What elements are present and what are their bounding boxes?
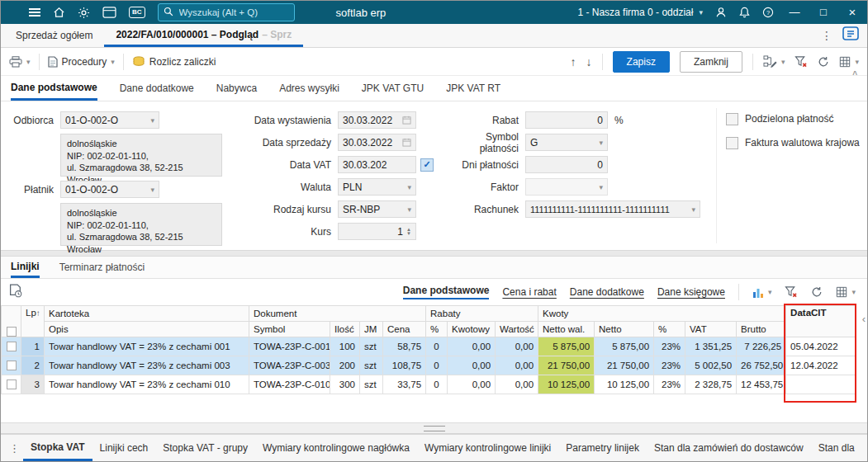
- grid-tab-dane-dodatkowe[interactable]: Dane dodatkowe: [570, 286, 644, 298]
- group-header-dokument[interactable]: Dokument: [249, 306, 426, 322]
- clear-filter-button[interactable]: [794, 56, 808, 68]
- table-row[interactable]: 2 Towar handlowy VAT = 23% z cechami 003…: [2, 356, 856, 375]
- scroll-left-icon[interactable]: ‹: [862, 313, 866, 325]
- cell-kwotowy[interactable]: 0,00: [448, 337, 496, 356]
- col-header-lp[interactable]: Lp↑: [21, 306, 45, 337]
- home-icon[interactable]: [53, 7, 65, 18]
- cell-jm[interactable]: szt: [360, 356, 383, 375]
- waluta-combobox[interactable]: PLN ▾: [338, 178, 416, 196]
- chart-view-button[interactable]: ▾: [752, 287, 772, 298]
- cell-netto-wal[interactable]: 5 875,00: [538, 337, 595, 356]
- help-icon[interactable]: ?: [762, 7, 774, 18]
- grid-tab-cena-i-rabat[interactable]: Cena i rabat: [502, 286, 556, 298]
- brightness-icon[interactable]: [78, 7, 90, 19]
- grid-options-button[interactable]: ▾: [839, 56, 859, 68]
- table-row[interactable]: 1 Towar handlowy VAT = 23% z cechami 001…: [2, 337, 856, 356]
- cell-jm[interactable]: szt: [360, 337, 383, 356]
- col-header-cena[interactable]: Cena: [383, 322, 426, 337]
- chevron-right-icon[interactable]: ›: [862, 435, 867, 461]
- cell-netto[interactable]: 10 125,00: [595, 375, 654, 394]
- col-header-opis[interactable]: Opis: [45, 322, 249, 337]
- splitter-bar[interactable]: [1, 422, 867, 434]
- tab-nabywca[interactable]: Nabywca: [216, 76, 257, 101]
- cell-netto[interactable]: 21 750,00: [595, 356, 654, 375]
- cell-lp[interactable]: 2: [21, 356, 45, 375]
- user-icon[interactable]: [715, 7, 727, 18]
- more-options-icon[interactable]: ⋮: [6, 435, 23, 461]
- cell-datacit[interactable]: 12.04.2022: [786, 356, 856, 375]
- save-button[interactable]: Zapisz: [613, 51, 670, 73]
- tab-linijki[interactable]: Linijki: [11, 257, 40, 278]
- tab-document-preview[interactable]: 2022/FA/010/000001 – Podgląd – Sprz: [104, 24, 303, 47]
- move-up-icon[interactable]: ↑: [571, 55, 576, 68]
- cell-opis[interactable]: Towar handlowy VAT = 23% z cechami 001: [45, 337, 249, 356]
- grid-tab-dane-podstawowe[interactable]: Dane podstawowe: [403, 285, 490, 299]
- document-clock-icon[interactable]: [9, 284, 22, 301]
- rachunek-combobox[interactable]: 1111111111-1111111111-1111111111 ▾: [525, 200, 700, 218]
- cell-vat-pct[interactable]: 23%: [654, 337, 685, 356]
- bottom-tab-stopka-vat-grupy[interactable]: Stopka VAT - grupy: [155, 435, 255, 461]
- cell-ilosc[interactable]: 100: [330, 337, 360, 356]
- group-header-kwoty[interactable]: Kwoty: [538, 306, 786, 322]
- cell-wartosc[interactable]: 0,00: [496, 375, 538, 394]
- cell-kwotowy[interactable]: 0,00: [448, 375, 496, 394]
- cell-vat[interactable]: 2 328,75: [685, 375, 737, 394]
- refresh-button[interactable]: [818, 56, 829, 68]
- cell-rabat-pct[interactable]: 0: [426, 356, 448, 375]
- col-header-netto[interactable]: Netto: [595, 322, 654, 337]
- move-down-icon[interactable]: ↓: [586, 55, 592, 68]
- cell-wartosc[interactable]: 0,00: [496, 356, 538, 375]
- cell-brutto[interactable]: 26 752,50: [737, 356, 786, 375]
- cell-cena[interactable]: 33,75: [383, 375, 426, 394]
- rodzaj-kursu-combobox[interactable]: SR-NBP ▾: [338, 200, 416, 218]
- group-header-kartoteka[interactable]: Kartoteka: [45, 306, 249, 322]
- cell-opis[interactable]: Towar handlowy VAT = 23% z cechami 003: [45, 356, 249, 375]
- cell-ilosc[interactable]: 200: [330, 356, 360, 375]
- faktor-combobox[interactable]: ▾: [525, 178, 608, 196]
- cell-lp[interactable]: 1: [21, 337, 45, 356]
- cell-vat[interactable]: 1 351,25: [685, 337, 737, 356]
- podzielona-platnosc-checkbox[interactable]: [726, 113, 738, 125]
- col-header-rabat-pct[interactable]: %: [426, 322, 448, 337]
- rabat-field[interactable]: 0: [525, 111, 608, 129]
- cell-ilosc[interactable]: 300: [330, 375, 360, 394]
- bottom-tab-parametry-linijek[interactable]: Parametry linijek: [558, 435, 647, 461]
- select-all-checkbox[interactable]: [2, 306, 21, 337]
- tab-adres-wysylki[interactable]: Adres wysyłki: [279, 76, 339, 101]
- group-header-rabaty[interactable]: Rabaty: [426, 306, 538, 322]
- col-header-wartosc[interactable]: Wartość: [496, 322, 538, 337]
- window-module-icon[interactable]: [102, 7, 116, 18]
- col-header-jm[interactable]: JM: [360, 322, 383, 337]
- cell-rabat-pct[interactable]: 0: [426, 375, 448, 394]
- faktura-walutowa-checkbox[interactable]: [726, 137, 738, 149]
- cell-vat-pct[interactable]: 23%: [654, 375, 685, 394]
- cell-cena[interactable]: 108,75: [383, 356, 426, 375]
- data-sprzedazy-field[interactable]: 30.03.2022: [338, 134, 416, 151]
- close-button[interactable]: ×: [844, 1, 861, 24]
- bottom-tab-stopka-vat[interactable]: Stopka VAT: [23, 435, 92, 461]
- tab-jpk-vat-rt[interactable]: JPK VAT RT: [446, 76, 500, 101]
- grid-clear-filter-button[interactable]: [785, 286, 798, 298]
- odbiorca-combobox[interactable]: 01-O-002-O ▾: [60, 111, 159, 129]
- col-header-netto-wal[interactable]: Netto wal.: [538, 322, 595, 337]
- cell-kwotowy[interactable]: 0,00: [448, 356, 496, 375]
- cell-datacit[interactable]: [786, 375, 856, 394]
- col-header-vat[interactable]: VAT: [685, 322, 737, 337]
- bottom-tab-wymiary-naglowka[interactable]: Wymiary kontrolingowe nagłówka: [255, 435, 417, 461]
- bottom-tab-linijki-cech[interactable]: Linijki cech: [92, 435, 156, 461]
- menu-icon[interactable]: [29, 8, 40, 16]
- close-document-button[interactable]: Zamknij: [680, 51, 742, 73]
- grid-tab-dane-ksiegowe[interactable]: Dane księgowe: [657, 286, 725, 298]
- row-select-checkbox[interactable]: [2, 337, 21, 356]
- col-header-brutto[interactable]: Brutto: [737, 322, 786, 337]
- cell-cena[interactable]: 58,75: [383, 337, 426, 356]
- collapse-panel-icon[interactable]: ^: [852, 70, 857, 79]
- view-edit-button[interactable]: ▾: [763, 55, 785, 68]
- kurs-stepper[interactable]: 1 ▲▼: [338, 223, 416, 240]
- grid-refresh-button[interactable]: [811, 286, 823, 298]
- col-header-datacit[interactable]: DataCIT: [786, 306, 856, 337]
- cell-vat[interactable]: 5 002,50: [685, 356, 737, 375]
- feedback-icon[interactable]: [842, 26, 859, 45]
- tab-dane-podstawowe[interactable]: Dane podstawowe: [11, 76, 97, 101]
- table-row[interactable]: 3 Towar handlowy VAT = 23% z cechami 010…: [2, 375, 856, 394]
